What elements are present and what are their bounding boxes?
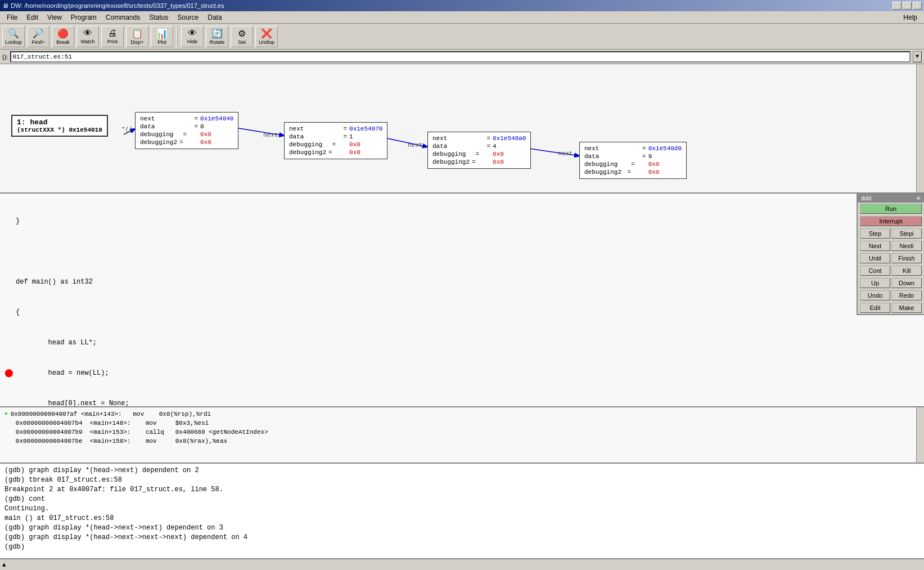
console-line-5: Continuing.: [4, 504, 920, 514]
ddd-run-row: Run: [858, 203, 924, 215]
title-bar-left: 🖥 DW: /home/noording/programming/exoself…: [2, 2, 224, 9]
status-text: ▲: [2, 562, 6, 568]
graph-scrollbar[interactable]: [916, 64, 924, 192]
ddd-up-button[interactable]: Up: [860, 278, 890, 288]
ddd-make-button[interactable]: Make: [891, 303, 922, 313]
ll-node-3: next =0x1e540a0 data =4 debugging =0x0 d…: [427, 132, 531, 169]
asm-addr-4: 0x00000000004007be: [16, 438, 83, 445]
asm-func-4: <main+158>:: [90, 438, 131, 445]
app-icon: 🖥: [2, 2, 8, 9]
ddd-next-button[interactable]: Next: [860, 241, 890, 251]
ddd-panel: ddd ✕ Run Interrupt Step Stepi Next Next…: [857, 194, 924, 315]
toolbar-undisp-label: Undisp: [259, 39, 274, 45]
toolbar-watch[interactable]: 👁 Watch: [76, 26, 99, 47]
toolbar-plot-label: Plot: [157, 39, 166, 45]
asm-func-2: <main+148>:: [90, 420, 131, 427]
breakpoint-icon: ⬤: [4, 368, 16, 378]
ddd-undo-button[interactable]: Undo: [860, 290, 890, 300]
maximize-button[interactable]: □: [903, 2, 912, 10]
ddd-down-button[interactable]: Down: [891, 278, 922, 288]
title-bar: 🖥 DW: /home/noording/programming/exoself…: [0, 0, 924, 11]
toolbar: 🔍 Lookup 🔎 Find+ 🔴 Break 👁 Watch 🖨 Print…: [0, 24, 924, 50]
status-bar: ▲: [0, 559, 924, 570]
source-line: head as LL*;: [4, 338, 920, 348]
minimize-button[interactable]: _: [893, 2, 902, 10]
asm-line-1: ➤ 0x00000000004007af <main+143>: mov 0x8…: [4, 410, 920, 419]
ll-node-1: next =0x1e54040 data =0 debugging =0x0 d…: [135, 112, 238, 149]
source-line: {: [4, 307, 920, 317]
ddd-cont-row: Cont Kill: [858, 264, 924, 277]
console-line-8: (gdb) graph display *(head->next->next->…: [4, 533, 920, 542]
toolbar-rotate[interactable]: 🔄 Rotate: [206, 26, 228, 47]
ddd-redo-button[interactable]: Redo: [891, 290, 922, 300]
asm-addr-2: 0x00000000004007b4: [16, 420, 83, 427]
toolbar-find[interactable]: 🔎 Find+: [27, 26, 49, 47]
toolbar-lookup[interactable]: 🔍 Lookup: [2, 26, 25, 47]
ddd-undo-row: Undo Redo: [858, 289, 924, 302]
menu-edit[interactable]: Edit: [22, 12, 43, 23]
console-line-9: (gdb): [4, 542, 920, 552]
ddd-until-button[interactable]: Until: [860, 253, 890, 263]
menu-program[interactable]: Program: [66, 12, 101, 23]
ddd-step-button[interactable]: Step: [860, 228, 890, 239]
menu-view[interactable]: View: [43, 12, 66, 23]
main-content: 1: head (structXXX *) 0x1e54010 *() next…: [0, 64, 924, 570]
asm-scrollbar[interactable]: [916, 407, 924, 463]
toolbar-hide[interactable]: 👁 Hide: [181, 26, 204, 47]
menu-source[interactable]: Source: [173, 12, 203, 23]
toolbar-plot[interactable]: 📊 Plot: [151, 26, 173, 47]
lookup-icon: 🔍: [8, 28, 19, 39]
menu-file[interactable]: File: [2, 12, 22, 23]
location-arrow[interactable]: ▼: [913, 51, 922, 62]
toolbar-sep: [177, 26, 178, 47]
ddd-close-button[interactable]: ✕: [916, 195, 921, 201]
menu-bar: File Edit View Program Commands Status S…: [0, 11, 924, 24]
source-line-breakpoint: ⬤ head = new(LL);: [4, 368, 920, 378]
head-label: 1: head: [17, 118, 102, 127]
src-text: def main() as int32: [16, 277, 920, 287]
console-line-7: (gdb) graph display *(head->next->next) …: [4, 523, 920, 533]
ddd-interrupt-button[interactable]: Interrupt: [860, 216, 922, 226]
menu-status[interactable]: Status: [145, 12, 173, 23]
ddd-cont-button[interactable]: Cont: [860, 266, 890, 276]
title-bar-right: _ □ ×: [893, 2, 922, 10]
set-icon: ⚙: [238, 28, 246, 39]
source-line: head[0].next = None;: [4, 398, 920, 407]
toolbar-lookup-label: Lookup: [5, 39, 22, 45]
toolbar-rotate-label: Rotate: [210, 39, 225, 45]
head-node: 1: head (structXXX *) 0x1e54010: [11, 115, 108, 137]
rotate-icon: 🔄: [211, 28, 223, 39]
menu-data[interactable]: Data: [203, 12, 226, 23]
ddd-run-button[interactable]: Run: [860, 204, 922, 214]
disp-icon: 📋: [132, 28, 143, 39]
asm-args-3: 0x400680 <getNodeAtIndex>: [175, 429, 268, 436]
ddd-stepi-button[interactable]: Stepi: [891, 228, 922, 239]
toolbar-print[interactable]: 🖨 Print: [101, 26, 124, 47]
close-button[interactable]: ×: [913, 2, 922, 10]
source-area: } def main() as int32 { head as LL*; ⬤: [0, 194, 924, 407]
location-input[interactable]: [10, 51, 911, 62]
asm-line-2: 0x00000000004007b4 <main+148>: mov $0x3,…: [4, 419, 920, 428]
ddd-edit-button[interactable]: Edit: [860, 303, 890, 313]
arrow-label-next2: next: [408, 142, 422, 149]
toolbar-break[interactable]: 🔴 Break: [52, 26, 74, 47]
ddd-nexti-button[interactable]: Nexti: [891, 241, 922, 251]
toolbar-set[interactable]: ⚙ Set: [231, 26, 253, 47]
menu-commands[interactable]: Commands: [101, 12, 145, 23]
toolbar-set-label: Set: [238, 39, 246, 45]
ddd-kill-button[interactable]: Kill: [891, 266, 922, 276]
console-line-4: (gdb) cont: [4, 495, 920, 504]
ddd-finish-button[interactable]: Finish: [891, 253, 922, 263]
asm-addr-1: 0x00000000004007af: [11, 410, 78, 419]
src-text: }: [16, 216, 920, 226]
toolbar-disp[interactable]: 📋 Disp+: [126, 26, 148, 47]
toolbar-disp-label: Disp+: [130, 39, 143, 45]
gdb-console[interactable]: (gdb) graph display *(head->next) depend…: [0, 464, 924, 559]
menu-help[interactable]: Help: [899, 12, 922, 23]
toolbar-undisp[interactable]: ❌ Undisp: [255, 26, 278, 47]
source-content: } def main() as int32 { head as LL*; ⬤: [4, 196, 920, 404]
arrow-label-1: *(): [121, 126, 133, 133]
ddd-edit-row: Edit Make: [858, 302, 924, 314]
asm-line-3: 0x00000000004007b9 <main+153>: callq 0x4…: [4, 428, 920, 437]
toolbar-break-label: Break: [56, 39, 70, 45]
